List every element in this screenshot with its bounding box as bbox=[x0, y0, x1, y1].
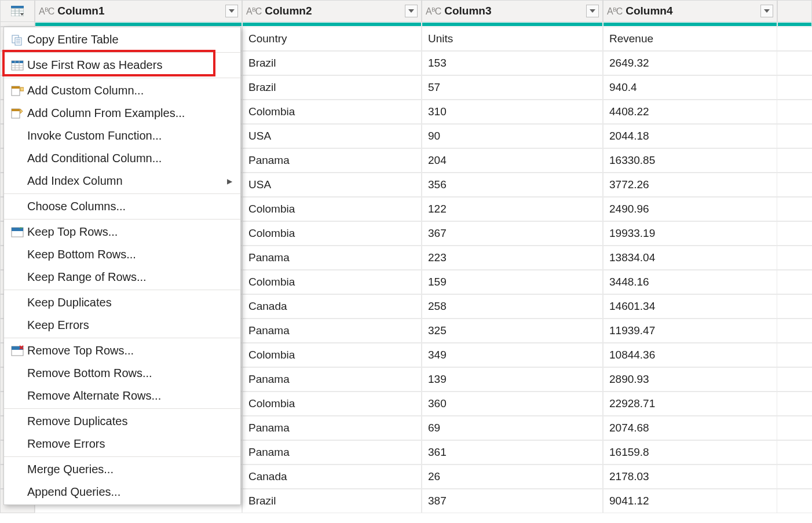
cell-col4[interactable]: 13834.04 bbox=[603, 246, 777, 270]
cell-col4[interactable]: 9041.12 bbox=[603, 489, 777, 513]
cell-col3[interactable]: 361 bbox=[422, 440, 603, 465]
cell-col4[interactable]: 3448.16 bbox=[603, 270, 777, 294]
column-header-4[interactable]: AᴮCColumn4 bbox=[603, 0, 777, 22]
cell-col3[interactable]: 325 bbox=[422, 319, 603, 343]
cell-col3[interactable]: Units bbox=[422, 27, 603, 51]
cell-col4[interactable]: 2178.03 bbox=[603, 465, 777, 489]
cell-col4[interactable]: 16330.85 bbox=[603, 148, 777, 173]
menu-item-label: Remove Alternate Rows... bbox=[27, 389, 232, 403]
menu-item-remove-top-rows[interactable]: Remove Top Rows... bbox=[4, 339, 240, 362]
column-header-3[interactable]: AᴮCColumn3 bbox=[422, 0, 603, 22]
table-corner-button[interactable] bbox=[0, 0, 35, 22]
menu-item-append-queries[interactable]: Append Queries... bbox=[4, 481, 240, 503]
cell-col4[interactable]: 4408.22 bbox=[603, 100, 777, 124]
menu-item-invoke-custom-function[interactable]: Invoke Custom Function... bbox=[4, 125, 240, 147]
menu-item-label: Add Index Column bbox=[27, 174, 227, 188]
cell-col2[interactable]: Canada bbox=[242, 465, 422, 489]
menu-item-remove-errors[interactable]: Remove Errors bbox=[4, 433, 240, 455]
cell-col2[interactable]: Colombia bbox=[242, 221, 422, 246]
menu-item-add-custom-column[interactable]: Add Custom Column... bbox=[4, 79, 240, 102]
cell-col3[interactable]: 122 bbox=[422, 197, 603, 221]
cell-col2[interactable]: Colombia bbox=[242, 100, 422, 124]
cell-col3[interactable]: 223 bbox=[422, 246, 603, 270]
cell-col2[interactable]: Colombia bbox=[242, 343, 422, 367]
cell-col2[interactable]: USA bbox=[242, 173, 422, 197]
column-filter-button[interactable] bbox=[586, 5, 599, 17]
cell-col2[interactable]: Panama bbox=[242, 148, 422, 173]
cell-col4[interactable]: 22928.71 bbox=[603, 392, 777, 416]
cell-col3[interactable]: 159 bbox=[422, 270, 603, 294]
cell-overflow bbox=[777, 294, 812, 319]
cell-col3[interactable]: 26 bbox=[422, 465, 603, 489]
column-header-1[interactable]: AᴮCColumn1 bbox=[35, 0, 242, 22]
cell-col2[interactable]: Brazil bbox=[242, 51, 422, 75]
cell-col3[interactable]: 356 bbox=[422, 173, 603, 197]
cell-col2[interactable]: Panama bbox=[242, 319, 422, 343]
cell-col4[interactable]: 2074.68 bbox=[603, 416, 777, 440]
cell-col4[interactable]: 2649.32 bbox=[603, 51, 777, 75]
cell-col2[interactable]: Country bbox=[242, 27, 422, 51]
cell-col4[interactable]: 11939.47 bbox=[603, 319, 777, 343]
cell-col4[interactable]: 2490.96 bbox=[603, 197, 777, 221]
column-header-2[interactable]: AᴮCColumn2 bbox=[242, 0, 422, 22]
cell-overflow bbox=[777, 27, 812, 51]
cell-col3[interactable]: 367 bbox=[422, 221, 603, 246]
cell-col4[interactable]: Revenue bbox=[603, 27, 777, 51]
cell-col4[interactable]: 19933.19 bbox=[603, 221, 777, 246]
column-filter-button[interactable] bbox=[405, 5, 418, 17]
menu-item-remove-alternate-rows[interactable]: Remove Alternate Rows... bbox=[4, 385, 240, 407]
cell-col2[interactable]: USA bbox=[242, 124, 422, 148]
menu-item-keep-bottom-rows[interactable]: Keep Bottom Rows... bbox=[4, 243, 240, 266]
cell-col3[interactable]: 349 bbox=[422, 343, 603, 367]
menu-item-add-column-from-examples[interactable]: Add Column From Examples... bbox=[4, 102, 240, 125]
menu-item-keep-range-of-rows[interactable]: Keep Range of Rows... bbox=[4, 266, 240, 288]
cell-col2[interactable]: Brazil bbox=[242, 489, 422, 513]
cell-col2[interactable]: Panama bbox=[242, 440, 422, 465]
cell-col3[interactable]: 360 bbox=[422, 392, 603, 416]
cell-col4[interactable]: 3772.26 bbox=[603, 173, 777, 197]
menu-item-icon bbox=[8, 34, 27, 46]
cell-col3[interactable]: 57 bbox=[422, 75, 603, 100]
menu-item-keep-duplicates[interactable]: Keep Duplicates bbox=[4, 291, 240, 314]
cell-col2[interactable]: Panama bbox=[242, 367, 422, 392]
cell-col2[interactable]: Panama bbox=[242, 246, 422, 270]
cell-col4[interactable]: 16159.8 bbox=[603, 440, 777, 465]
cell-col2[interactable]: Brazil bbox=[242, 75, 422, 100]
accent-bar bbox=[603, 22, 777, 27]
cell-col3[interactable]: 310 bbox=[422, 100, 603, 124]
cell-col2[interactable]: Colombia bbox=[242, 197, 422, 221]
cell-col2[interactable]: Colombia bbox=[242, 392, 422, 416]
cell-col3[interactable]: 90 bbox=[422, 124, 603, 148]
cell-col4[interactable]: 2044.18 bbox=[603, 124, 777, 148]
cell-col4[interactable]: 2890.93 bbox=[603, 367, 777, 392]
cell-col4[interactable]: 14601.34 bbox=[603, 294, 777, 319]
cell-col3[interactable]: 258 bbox=[422, 294, 603, 319]
cell-col4[interactable]: 10844.36 bbox=[603, 343, 777, 367]
cell-col2[interactable]: Panama bbox=[242, 416, 422, 440]
column-name: Column1 bbox=[57, 5, 225, 17]
menu-item-merge-queries[interactable]: Merge Queries... bbox=[4, 458, 240, 481]
menu-item-keep-errors[interactable]: Keep Errors bbox=[4, 314, 240, 337]
cell-col2[interactable]: Colombia bbox=[242, 270, 422, 294]
cell-col3[interactable]: 204 bbox=[422, 148, 603, 173]
menu-item-add-conditional-column[interactable]: Add Conditional Column... bbox=[4, 147, 240, 170]
cell-col2[interactable]: Canada bbox=[242, 294, 422, 319]
menu-item-remove-bottom-rows[interactable]: Remove Bottom Rows... bbox=[4, 362, 240, 385]
svg-rect-19 bbox=[20, 87, 24, 91]
accent-bar bbox=[35, 22, 242, 27]
column-filter-button[interactable] bbox=[225, 5, 238, 17]
column-filter-button[interactable] bbox=[760, 5, 773, 17]
menu-item-label: Use First Row as Headers bbox=[27, 58, 232, 72]
menu-item-use-first-row-as-headers[interactable]: Use First Row as Headers bbox=[4, 54, 240, 76]
menu-item-remove-duplicates[interactable]: Remove Duplicates bbox=[4, 410, 240, 433]
cell-col3[interactable]: 153 bbox=[422, 51, 603, 75]
cell-overflow bbox=[777, 221, 812, 246]
menu-item-copy-entire-table[interactable]: Copy Entire Table bbox=[4, 28, 240, 51]
cell-col3[interactable]: 139 bbox=[422, 367, 603, 392]
cell-col4[interactable]: 940.4 bbox=[603, 75, 777, 100]
menu-item-keep-top-rows[interactable]: Keep Top Rows... bbox=[4, 221, 240, 243]
cell-col3[interactable]: 69 bbox=[422, 416, 603, 440]
cell-col3[interactable]: 387 bbox=[422, 489, 603, 513]
menu-item-add-index-column[interactable]: Add Index Column▶ bbox=[4, 170, 240, 192]
menu-item-choose-columns[interactable]: Choose Columns... bbox=[4, 195, 240, 218]
